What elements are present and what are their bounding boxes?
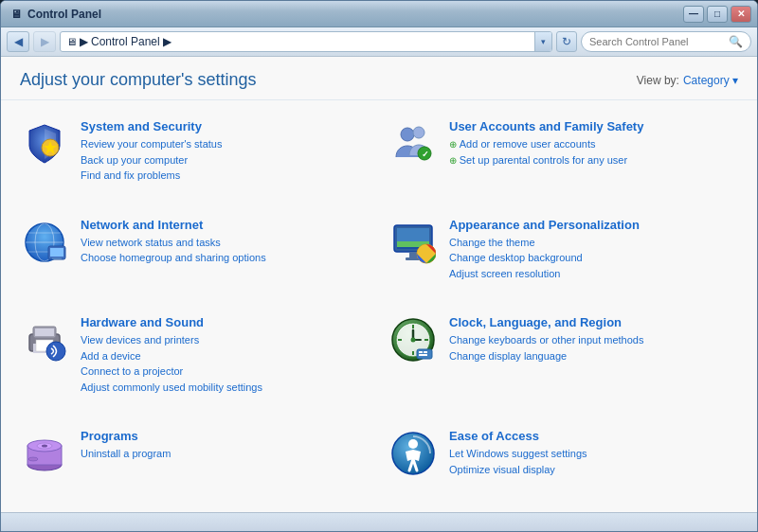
svg-point-2 <box>401 128 414 141</box>
clock-text: Clock, Language, and Region Change keybo… <box>449 315 738 364</box>
address-breadcrumb: ▶ <box>80 35 88 48</box>
category-item-hardware[interactable]: Hardware and Sound View devices and prin… <box>10 306 379 419</box>
appearance-link-3[interactable]: Adjust screen resolution <box>449 266 738 282</box>
hardware-title[interactable]: Hardware and Sound <box>81 315 370 329</box>
minimize-button[interactable]: — <box>683 6 704 23</box>
user-accounts-link-icon-2: ⊕ <box>449 155 460 166</box>
view-by-label: View by: <box>637 74 679 87</box>
category-item-clock[interactable]: Clock, Language, and Region Change keybo… <box>379 306 748 419</box>
system-security-link-2[interactable]: Back up your computer <box>81 152 370 168</box>
category-item-ease-access[interactable]: Ease of Access Let Windows suggest setti… <box>379 419 748 503</box>
appearance-icon <box>388 218 438 267</box>
clock-link-1[interactable]: Change keyboards or other input methods <box>449 332 738 348</box>
hardware-link-3[interactable]: Connect to a projector <box>81 364 370 380</box>
appearance-link-1[interactable]: Change the theme <box>449 235 738 251</box>
search-icon: 🔍 <box>729 35 743 48</box>
system-security-title[interactable]: System and Security <box>81 119 370 133</box>
close-button[interactable]: ✕ <box>731 6 751 23</box>
svg-rect-13 <box>52 257 62 259</box>
toolbar: ◀ ▶ 🖥 ▶ Control Panel ▶ ▾ ↻ 🔍 <box>1 27 757 57</box>
svg-rect-19 <box>409 252 417 257</box>
user-accounts-text: User Accounts and Family Safety ⊕ Add or… <box>449 119 738 168</box>
user-accounts-link-2[interactable]: ⊕ Set up parental controls for any user <box>449 152 738 168</box>
svg-point-36 <box>411 338 416 343</box>
address-icon: 🖥 <box>66 36 77 47</box>
hardware-icon <box>20 315 69 364</box>
search-input[interactable] <box>589 36 725 47</box>
hardware-text: Hardware and Sound View devices and prin… <box>81 315 370 395</box>
clock-link-2[interactable]: Change display language <box>449 348 738 364</box>
hardware-link-2[interactable]: Add a device <box>81 348 370 364</box>
system-security-text: System and Security Review your computer… <box>81 119 370 184</box>
view-by-dropdown[interactable]: Category ▾ <box>683 74 738 87</box>
user-accounts-link-1[interactable]: ⊕ Add or remove user accounts <box>449 136 738 152</box>
programs-icon <box>20 429 69 478</box>
title-bar: 🖥 Control Panel — □ ✕ <box>1 1 757 27</box>
system-security-link-3[interactable]: Find and fix problems <box>81 168 370 184</box>
svg-rect-38 <box>419 351 423 353</box>
svg-rect-16 <box>397 228 429 241</box>
address-dropdown-button[interactable]: ▾ <box>534 32 551 51</box>
address-text: 🖥 ▶ Control Panel ▶ <box>61 35 534 48</box>
programs-link-1[interactable]: Uninstall a program <box>81 446 370 462</box>
network-link-2[interactable]: Choose homegroup and sharing options <box>81 250 370 266</box>
hardware-link-1[interactable]: View devices and printers <box>81 332 370 348</box>
view-by-value-text: Category <box>683 74 730 87</box>
category-item-appearance[interactable]: Appearance and Personalization Change th… <box>379 208 748 307</box>
ease-access-link-1[interactable]: Let Windows suggest settings <box>449 446 738 462</box>
forward-icon: ▶ <box>41 35 49 48</box>
appearance-text: Appearance and Personalization Change th… <box>449 218 738 282</box>
svg-point-3 <box>413 127 424 138</box>
ease-access-title[interactable]: Ease of Access <box>449 429 738 443</box>
content-area: Adjust your computer's settings View by:… <box>1 57 757 512</box>
category-item-user-accounts[interactable]: ✓ User Accounts and Family Safety ⊕ Add … <box>379 110 748 208</box>
ease-access-icon <box>388 429 438 478</box>
category-item-system-security[interactable]: System and Security Review your computer… <box>10 110 379 208</box>
ease-access-link-2[interactable]: Optimize visual display <box>449 462 738 478</box>
category-item-network[interactable]: Network and Internet View network status… <box>10 208 379 307</box>
hardware-link-4[interactable]: Adjust commonly used mobility settings <box>81 380 370 396</box>
network-text: Network and Internet View network status… <box>81 218 370 266</box>
svg-point-48 <box>408 439 418 449</box>
svg-rect-40 <box>419 354 427 356</box>
search-bar[interactable]: 🔍 <box>581 31 751 52</box>
user-accounts-icon: ✓ <box>388 119 438 168</box>
address-bar[interactable]: 🖥 ▶ Control Panel ▶ ▾ <box>60 31 552 52</box>
title-bar-left: 🖥 Control Panel <box>10 8 101 21</box>
svg-text:✓: ✓ <box>422 150 429 159</box>
programs-text: Programs Uninstall a program <box>81 429 370 462</box>
network-link-1[interactable]: View network status and tasks <box>81 235 370 251</box>
window-title: Control Panel <box>27 8 101 21</box>
main-window: 🖥 Control Panel — □ ✕ ◀ ▶ 🖥 ▶ Control Pa… <box>0 0 758 532</box>
system-security-icon <box>20 119 69 168</box>
svg-rect-12 <box>50 248 63 257</box>
svg-rect-39 <box>424 351 427 353</box>
svg-point-46 <box>28 457 38 461</box>
address-label: Control Panel <box>91 35 160 48</box>
svg-point-45 <box>42 445 47 448</box>
status-bar <box>1 512 757 531</box>
page-title: Adjust your computer's settings <box>20 70 257 90</box>
svg-rect-25 <box>35 328 54 336</box>
user-accounts-title[interactable]: User Accounts and Family Safety <box>449 119 738 133</box>
forward-button[interactable]: ▶ <box>33 31 56 52</box>
clock-title[interactable]: Clock, Language, and Region <box>449 315 738 329</box>
back-icon: ◀ <box>14 35 23 48</box>
back-button[interactable]: ◀ <box>7 31 29 52</box>
window-icon: 🖥 <box>10 8 22 21</box>
clock-icon <box>388 315 438 364</box>
category-grid: System and Security Review your computer… <box>1 100 757 512</box>
appearance-link-2[interactable]: Change desktop background <box>449 250 738 266</box>
refresh-button[interactable]: ↻ <box>556 31 577 52</box>
programs-title[interactable]: Programs <box>81 429 370 443</box>
system-security-link-1[interactable]: Review your computer's status <box>81 136 370 152</box>
network-title[interactable]: Network and Internet <box>81 218 370 232</box>
refresh-icon: ↻ <box>562 35 571 48</box>
maximize-button[interactable]: □ <box>707 6 728 23</box>
appearance-title[interactable]: Appearance and Personalization <box>449 218 738 232</box>
address-breadcrumb2: ▶ <box>163 35 171 48</box>
network-icon <box>20 218 69 267</box>
ease-access-text: Ease of Access Let Windows suggest setti… <box>449 429 738 477</box>
user-accounts-link-icon-1: ⊕ <box>449 139 460 150</box>
category-item-programs[interactable]: Programs Uninstall a program <box>10 419 379 503</box>
